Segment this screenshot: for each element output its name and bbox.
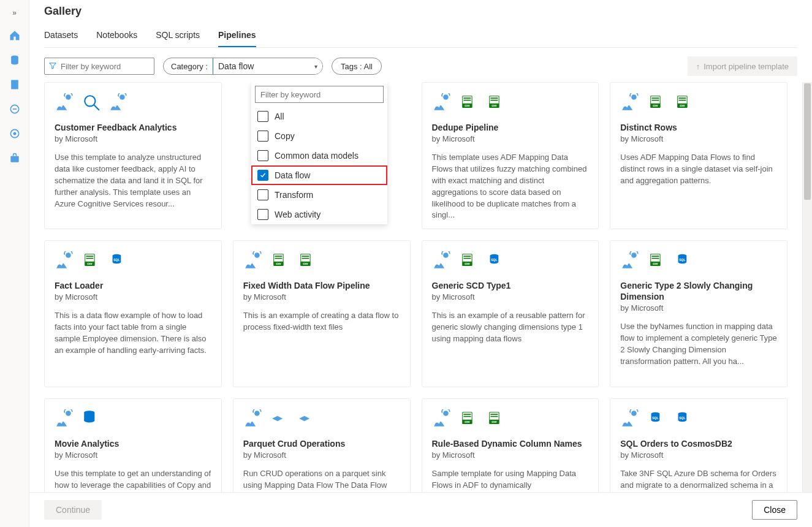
continue-button: Continue: [44, 500, 102, 520]
category-value: Data flow: [218, 61, 254, 71]
rail-manage-icon[interactable]: [5, 148, 25, 168]
sql-icon: [647, 409, 667, 428]
rail-develop-icon[interactable]: [5, 75, 25, 94]
csv-icon: [459, 409, 479, 428]
template-card[interactable]: Fact Loader by Microsoft This is a data …: [44, 240, 222, 387]
dataflow-icon: [243, 409, 263, 428]
checkbox-icon: [257, 150, 268, 161]
template-card[interactable]: Fixed Width Data Flow Pipeline by Micros…: [233, 240, 411, 387]
collapse-toggle[interactable]: »: [9, 5, 20, 21]
dataflow-icon: [55, 251, 74, 270]
dropdown-option[interactable]: Transform: [251, 185, 387, 205]
dataflow-icon: [432, 251, 452, 270]
category-filter: Category : Data flow ▾: [163, 58, 323, 75]
dropdown-option[interactable]: Copy: [251, 126, 387, 146]
tab-notebooks[interactable]: Notebooks: [96, 25, 137, 47]
card-author: by Microsoft: [620, 303, 777, 313]
checkbox-icon: [257, 170, 268, 181]
card-description: This is a data flow example of how to lo…: [55, 310, 211, 356]
csv-icon: [459, 93, 479, 112]
card-description: This template uses ADF Mapping Data Flow…: [432, 152, 589, 221]
template-card[interactable]: Distinct Rows by Microsoft Uses ADF Mapp…: [610, 82, 787, 229]
card-description: Take 3NF SQL Azure DB schema for Orders …: [620, 468, 777, 492]
dataflow-icon: [620, 409, 640, 428]
sql-icon: [108, 251, 128, 270]
tags-filter[interactable]: Tags : All: [332, 58, 382, 75]
template-card[interactable]: SQL Orders to CosmosDB2 by Microsoft Tak…: [610, 398, 787, 492]
card-author: by Microsoft: [620, 450, 777, 460]
option-label: Web activity: [275, 210, 321, 219]
rail-data-icon[interactable]: [5, 50, 25, 70]
template-card[interactable]: Rule-Based Dynamic Column Names by Micro…: [422, 398, 599, 492]
csv-icon: [647, 251, 667, 270]
csv-icon: [647, 93, 667, 112]
tab-sqlscripts[interactable]: SQL scripts: [156, 25, 200, 47]
dropdown-search-input[interactable]: [255, 86, 384, 103]
svg-rect-16: [10, 156, 18, 162]
card-title: Rule-Based Dynamic Column Names: [432, 438, 589, 449]
dropdown-option[interactable]: Common data models: [251, 146, 387, 165]
card-description: Use the byNames function in mapping data…: [620, 321, 777, 367]
svg-rect-13: [11, 80, 18, 89]
card-description: This is an example of a reusable pattern…: [432, 310, 589, 345]
sql-icon: [674, 251, 694, 270]
rail-monitor-icon[interactable]: [5, 124, 25, 143]
card-title: Dedupe Pipeline: [432, 122, 589, 133]
card-description: Use this template to get an understandin…: [55, 468, 211, 491]
filter-keyword-wrap[interactable]: [44, 58, 154, 75]
template-card[interactable]: Movie Analytics by Microsoft Use this te…: [44, 398, 222, 492]
card-title: Generic Type 2 Slowly Changing Dimension: [620, 280, 777, 302]
card-author: by Microsoft: [432, 292, 589, 301]
dataflow-icon: [55, 409, 74, 428]
checkbox-icon: [257, 189, 268, 200]
csv-icon: [297, 251, 317, 270]
card-title: Generic SCD Type1: [432, 280, 589, 291]
dataflow-icon: [620, 251, 640, 270]
category-dropdown: AllCopyCommon data modelsData flowTransf…: [251, 82, 387, 224]
card-author: by Microsoft: [432, 450, 589, 460]
dropdown-option[interactable]: All: [251, 107, 387, 126]
checkbox-icon: [257, 111, 268, 122]
template-card[interactable]: Parquet Crud Operations by Microsoft Run…: [233, 398, 411, 492]
option-label: Transform: [275, 190, 313, 200]
card-description: Sample template for using Mapping Data F…: [432, 468, 589, 491]
option-label: Data flow: [275, 170, 310, 180]
card-title: Fixed Width Data Flow Pipeline: [243, 280, 400, 291]
dataflow-icon: [432, 409, 452, 428]
tab-datasets[interactable]: Datasets: [44, 25, 78, 47]
rail-integrate-icon[interactable]: [5, 99, 25, 119]
card-description: Run CRUD operations on a parquet sink us…: [243, 468, 400, 492]
card-description: Use this template to analyze unstructure…: [55, 152, 211, 210]
csv-icon: [270, 251, 290, 270]
csv-icon: [82, 251, 101, 270]
dropdown-option[interactable]: Data flow: [251, 165, 387, 185]
option-label: Copy: [275, 131, 295, 141]
sql-icon: [674, 409, 694, 428]
rail-home-icon[interactable]: [5, 26, 25, 45]
card-author: by Microsoft: [55, 450, 211, 460]
template-card[interactable]: Customer Feedback Analytics by Microsoft…: [44, 82, 222, 229]
template-card[interactable]: Dedupe Pipeline by Microsoft This templa…: [422, 82, 599, 229]
upload-icon: ↑: [696, 62, 700, 71]
csv-icon: [459, 251, 479, 270]
dataflow-icon: [55, 93, 74, 112]
scrollbar-thumb[interactable]: [804, 83, 811, 200]
card-title: Customer Feedback Analytics: [55, 122, 211, 133]
close-button[interactable]: Close: [752, 500, 797, 520]
dropdown-option[interactable]: Web activity: [251, 205, 387, 224]
filter-keyword-input[interactable]: [61, 62, 150, 71]
template-card[interactable]: Generic SCD Type1 by Microsoft This is a…: [422, 240, 599, 387]
sql-icon: [486, 251, 506, 270]
csv-icon: [486, 409, 506, 428]
card-description: This is an example of creating a data fl…: [243, 310, 400, 333]
tab-pipelines[interactable]: Pipelines: [218, 25, 256, 47]
csv-icon: [486, 93, 506, 112]
option-label: All: [275, 112, 284, 121]
template-card[interactable]: Generic Type 2 Slowly Changing Dimension…: [610, 240, 787, 387]
dataflow-icon: [243, 251, 263, 270]
category-select[interactable]: Data flow ▾: [213, 58, 323, 75]
page-title: Gallery: [44, 5, 797, 18]
scrollbar[interactable]: [802, 82, 812, 492]
card-title: SQL Orders to CosmosDB2: [620, 438, 777, 449]
card-author: by Microsoft: [432, 134, 589, 143]
